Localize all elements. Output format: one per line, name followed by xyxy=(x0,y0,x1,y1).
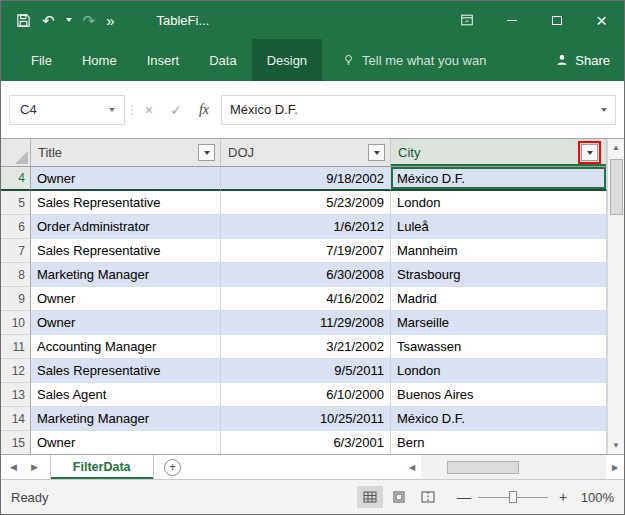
name-box-dropdown-icon[interactable] xyxy=(109,108,115,112)
row-header[interactable]: 10 xyxy=(1,311,31,335)
scroll-right-icon[interactable]: ▶ xyxy=(606,463,624,472)
zoom-out-button[interactable]: — xyxy=(457,490,469,504)
cell-doj[interactable]: 9/18/2002 xyxy=(221,167,391,191)
cell-city[interactable]: Buenos Aires xyxy=(391,383,607,407)
ribbon-display-options-button[interactable] xyxy=(444,1,489,39)
select-all-corner[interactable] xyxy=(1,139,31,166)
cell-city[interactable]: Marseille xyxy=(391,311,607,335)
maximize-button[interactable] xyxy=(534,1,579,39)
cell-city[interactable]: London xyxy=(391,191,607,215)
row-header[interactable]: 4 xyxy=(1,167,31,191)
cell-doj[interactable]: 10/25/2011 xyxy=(221,407,391,431)
cell-doj[interactable]: 1/6/2012 xyxy=(221,215,391,239)
cell-title[interactable]: Owner xyxy=(31,311,221,335)
page-break-view-button[interactable] xyxy=(415,486,441,508)
row-header[interactable]: 11 xyxy=(1,335,31,359)
zoom-in-button[interactable]: + xyxy=(557,490,569,504)
cell-title[interactable]: Sales Representative xyxy=(31,359,221,383)
save-icon[interactable] xyxy=(16,13,31,28)
cell-title[interactable]: Sales Representative xyxy=(31,239,221,263)
filter-caret-icon xyxy=(374,151,380,155)
cell-doj[interactable]: 11/29/2008 xyxy=(221,311,391,335)
cell-city[interactable]: Strasbourg xyxy=(391,263,607,287)
undo-dropdown-icon[interactable] xyxy=(66,18,72,22)
filter-button-doj[interactable] xyxy=(368,144,385,161)
filter-button-title[interactable] xyxy=(198,144,215,161)
cell-doj[interactable]: 4/16/2002 xyxy=(221,287,391,311)
cancel-icon[interactable]: × xyxy=(145,103,153,117)
column-header-city[interactable]: City xyxy=(391,139,607,166)
row-header[interactable]: 9 xyxy=(1,287,31,311)
row-header[interactable]: 5 xyxy=(1,191,31,215)
tab-data[interactable]: Data xyxy=(194,39,251,81)
name-box[interactable]: C4 xyxy=(9,95,125,125)
filter-button-city[interactable] xyxy=(581,144,598,161)
zoom-level[interactable]: 100% xyxy=(578,490,614,505)
insert-function-icon[interactable]: fx xyxy=(199,102,209,118)
tab-design[interactable]: Design xyxy=(252,39,322,81)
scroll-left-icon[interactable]: ◀ xyxy=(403,463,421,472)
cell-doj[interactable]: 3/21/2002 xyxy=(221,335,391,359)
vertical-scrollbar[interactable]: ▲ ▼ xyxy=(607,139,624,454)
column-header-doj[interactable]: DOJ xyxy=(221,139,391,166)
cell-title[interactable]: Order Administrator xyxy=(31,215,221,239)
scroll-down-icon[interactable]: ▼ xyxy=(608,437,624,454)
tab-file[interactable]: File xyxy=(16,39,67,81)
normal-view-button[interactable] xyxy=(357,486,383,508)
scroll-up-icon[interactable]: ▲ xyxy=(608,139,624,156)
cell-city[interactable]: London xyxy=(391,359,607,383)
cell-city[interactable]: Bern xyxy=(391,431,607,454)
cell-doj[interactable]: 9/5/2011 xyxy=(221,359,391,383)
cell-title[interactable]: Accounting Manager xyxy=(31,335,221,359)
horizontal-scrollbar[interactable]: ◀ ▶ xyxy=(403,455,624,479)
cell-title[interactable]: Owner xyxy=(31,167,221,191)
enter-check-icon[interactable]: ✓ xyxy=(170,103,182,117)
cell-title[interactable]: Marketing Manager xyxy=(31,263,221,287)
sheet-nav-left-icon[interactable]: ◀ xyxy=(10,462,17,472)
row-header[interactable]: 8 xyxy=(1,263,31,287)
cell-city[interactable]: México D.F. xyxy=(391,167,607,191)
close-button[interactable]: × xyxy=(579,1,624,39)
more-commands-icon[interactable]: » xyxy=(106,13,114,28)
cell-doj[interactable]: 7/19/2007 xyxy=(221,239,391,263)
cell-doj[interactable]: 6/30/2008 xyxy=(221,263,391,287)
row-header[interactable]: 14 xyxy=(1,407,31,431)
zoom-slider[interactable] xyxy=(478,490,548,504)
cell-title[interactable]: Owner xyxy=(31,287,221,311)
tab-insert[interactable]: Insert xyxy=(132,39,195,81)
cell-city[interactable]: Mannheim xyxy=(391,239,607,263)
sheet-nav-right-icon[interactable]: ▶ xyxy=(31,462,38,472)
row-header[interactable]: 15 xyxy=(1,431,31,454)
cell-title[interactable]: Sales Agent xyxy=(31,383,221,407)
formula-bar-expand-icon[interactable] xyxy=(601,108,607,112)
cell-city[interactable]: Madrid xyxy=(391,287,607,311)
cell-city[interactable]: Tsawassen xyxy=(391,335,607,359)
row-header[interactable]: 6 xyxy=(1,215,31,239)
cell-title[interactable]: Owner xyxy=(31,431,221,454)
sheet-tab-filterdata[interactable]: FilterData xyxy=(50,455,154,479)
cell-city[interactable]: Luleå xyxy=(391,215,607,239)
minimize-button[interactable] xyxy=(489,1,534,39)
horizontal-scroll-thumb[interactable] xyxy=(447,461,519,474)
page-layout-view-button[interactable] xyxy=(386,486,412,508)
row-header[interactable]: 13 xyxy=(1,383,31,407)
window-controls: × xyxy=(444,1,624,39)
undo-icon[interactable]: ↶ xyxy=(42,13,55,28)
cell-doj[interactable]: 6/10/2000 xyxy=(221,383,391,407)
tab-home[interactable]: Home xyxy=(67,39,132,81)
cell-doj[interactable]: 5/23/2009 xyxy=(221,191,391,215)
cell-title[interactable]: Sales Representative xyxy=(31,191,221,215)
cell-doj[interactable]: 6/3/2001 xyxy=(221,431,391,454)
row-header[interactable]: 7 xyxy=(1,239,31,263)
row-header[interactable]: 12 xyxy=(1,359,31,383)
share-label: Share xyxy=(575,53,610,68)
tell-me-box[interactable]: Tell me what you wan xyxy=(342,39,486,81)
share-button[interactable]: Share xyxy=(555,39,624,81)
formula-input[interactable]: México D.F. xyxy=(221,95,616,125)
vertical-scroll-thumb[interactable] xyxy=(610,159,623,215)
new-sheet-button[interactable]: + xyxy=(154,455,192,479)
cell-city[interactable]: México D.F. xyxy=(391,407,607,431)
column-header-title[interactable]: Title xyxy=(31,139,221,166)
zoom-slider-thumb[interactable] xyxy=(509,491,517,503)
cell-title[interactable]: Marketing Manager xyxy=(31,407,221,431)
